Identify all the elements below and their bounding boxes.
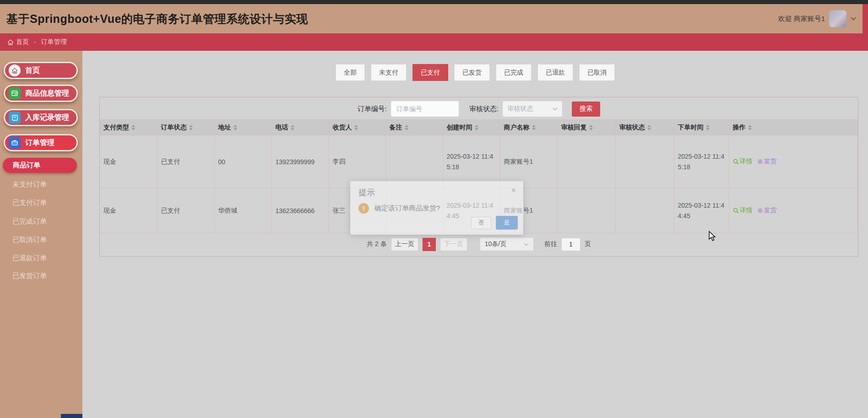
page-number-1[interactable]: 1 [423,238,436,251]
cell-order-status: 已支付 [157,135,214,188]
sidebar-item-refunded-orders[interactable]: 已退款订单 [0,254,82,264]
audit-status-select[interactable]: 审核状态 [502,101,563,117]
col-address[interactable]: 地址 [214,120,271,135]
submenu-item-label: 已发货订单 [12,272,47,279]
sidebar-item-goods-management[interactable]: 商品信息管理 [4,85,78,102]
col-receiver[interactable]: 收货人 [329,120,385,135]
col-phone[interactable]: 电话 [271,120,329,135]
home-icon [7,39,14,45]
breadcrumb-home[interactable]: 首页 [16,38,29,46]
gear-icon [757,159,763,165]
table-row: 现金 已支付 00 13923999999 李四 2025-03-12 11:4… [100,135,858,188]
sort-icon[interactable] [647,125,651,130]
avatar[interactable] [829,10,847,28]
sidebar-submenu-goods-orders[interactable]: 商品订单 [3,158,77,173]
order-no-input[interactable] [391,101,459,117]
col-audit-reply[interactable]: 审核回复 [557,120,615,135]
submenu-header-label: 商品订单 [13,161,40,170]
pagination: 共 2 条 上一页 1 下一页 10条/页 前往 页 [100,237,858,251]
sidebar-item-inbound-records[interactable]: 入库记录管理 [4,109,78,126]
tab-completed[interactable]: 已完成 [496,64,532,81]
sidebar-item-shipped-orders[interactable]: 已发货订单 [0,272,82,282]
sidebar-item-paid-orders[interactable]: 已支付订单 [0,198,82,209]
detail-link[interactable]: 详情 [733,206,753,214]
home-icon [9,64,21,76]
cell-audit-reply [557,188,615,233]
app-header: 基于Springboot+Vue的电子商务订单管理系统设计与实现 欢迎 商家账号… [0,4,868,33]
sort-icon[interactable] [354,125,358,130]
cell-remark [385,135,443,188]
cell-order-time: 2025-03-12 11:45:18 [674,135,729,188]
ship-link[interactable]: 发货 [757,157,777,166]
prev-page-button[interactable]: 上一页 [391,238,418,251]
sidebar-item-label: 商品信息管理 [25,89,69,98]
submenu-item-label: 已完成订单 [12,217,47,225]
sort-icon[interactable] [131,125,135,130]
audit-status-select-value: 审核状态 [507,105,533,113]
cell-audit-status [615,188,674,233]
sidebar-item-completed-orders[interactable]: 已完成订单 [0,217,82,227]
col-order-time[interactable]: 下单时间 [674,120,729,135]
sidebar-item-order-management[interactable]: 订单管理 [4,134,78,151]
sort-icon[interactable] [189,125,193,130]
cell-order-status: 已支付 [157,188,214,233]
warning-icon: ! [358,203,369,214]
magnifier-icon [733,208,739,214]
col-merchant[interactable]: 商户名称 [500,120,557,135]
tab-paid[interactable]: 已支付 [412,64,448,81]
gear-icon [757,208,763,214]
sort-icon[interactable] [589,125,593,130]
page-title: 基于Springboot+Vue的电子商务订单管理系统设计与实现 [0,11,308,27]
dialog-confirm-button[interactable]: 是 [496,216,518,230]
submenu-item-label: 已支付订单 [12,198,47,206]
sidebar-item-home[interactable]: 首页 [4,62,78,79]
col-order-status[interactable]: 订单状态 [157,120,214,135]
sort-icon[interactable] [706,125,710,130]
page-size-value: 10条/页 [485,240,506,248]
sort-icon[interactable] [405,125,408,130]
dialog-message: 确定该订单商品发货? [374,204,440,213]
sidebar-item-label: 订单管理 [25,138,54,148]
col-actions[interactable]: 操作 [729,120,858,135]
order-no-label: 订单编号: [358,105,387,113]
col-pay-type[interactable]: 支付类型 [100,120,157,135]
cell-actions: 详情发货 [729,188,858,233]
sort-icon[interactable] [748,125,752,130]
col-audit-status[interactable]: 审核状态 [615,120,674,135]
goto-page-input[interactable] [561,238,580,251]
goto-suffix: 页 [585,240,591,248]
goto-label: 前往 [544,240,557,248]
status-tabs: 全部 未支付 已支付 已发货 已完成 已退款 已取消 [82,64,868,81]
breadcrumb: 首页 - 订单管理 [0,33,868,51]
page-size-select[interactable]: 10条/页 [480,237,534,251]
sort-icon[interactable] [233,125,237,130]
tab-all[interactable]: 全部 [336,64,365,81]
detail-link[interactable]: 详情 [733,157,753,166]
tab-unpaid[interactable]: 未支付 [371,64,407,81]
sort-icon[interactable] [475,125,478,130]
ship-link[interactable]: 发货 [757,206,777,214]
sidebar-item-unpaid-orders[interactable]: 未支付订单 [0,180,82,190]
cell-pay-type: 现金 [100,188,157,233]
sidebar-item-cancelled-orders[interactable]: 已取消订单 [0,236,82,246]
tab-shipped[interactable]: 已发货 [454,64,490,81]
search-button[interactable]: 搜索 [572,102,600,117]
col-remark[interactable]: 备注 [385,120,443,135]
sidebar-footer-accent [61,414,82,418]
inbound-icon [9,112,21,123]
close-icon[interactable]: × [511,186,516,195]
dialog-cancel-button[interactable]: 否 [471,217,491,229]
goods-icon [9,87,21,99]
cell-merchant: 商家账号1 [500,135,557,188]
tab-refunded[interactable]: 已退款 [537,64,573,81]
user-area[interactable]: 欢迎 商家账号1 [778,4,856,33]
submenu-item-label: 未支付订单 [12,180,47,188]
col-create-time[interactable]: 创建时间 [443,120,500,135]
sort-icon[interactable] [532,125,536,130]
sort-icon[interactable] [291,125,294,130]
next-page-button[interactable]: 下一页 [440,238,467,251]
cell-create-time: 2025-03-12 11:45:18 [443,135,500,188]
cell-address: 00 [214,135,271,188]
tab-cancelled[interactable]: 已取消 [579,64,615,81]
cell-phone: 13923999999 [271,135,329,188]
